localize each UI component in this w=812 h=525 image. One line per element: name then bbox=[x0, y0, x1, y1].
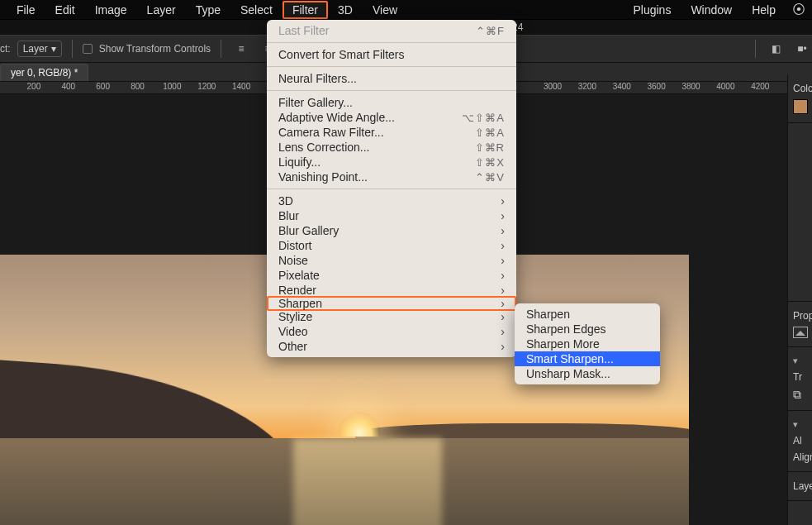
menu-item-label: Smart Sharpen... bbox=[526, 352, 614, 365]
show-transform-checkbox[interactable] bbox=[83, 44, 93, 54]
menu-edit[interactable]: Edit bbox=[45, 1, 85, 19]
chevron-right-icon: › bbox=[501, 284, 505, 297]
menu-item-label: Distort bbox=[278, 239, 311, 252]
menu-item-blur[interactable]: Blur › bbox=[267, 208, 516, 223]
link-icon[interactable]: ⧉ bbox=[793, 388, 809, 402]
autoselect-label: ct: bbox=[0, 43, 11, 55]
chevron-down-icon: ▾ bbox=[51, 43, 56, 55]
autoselect-value: Layer bbox=[23, 43, 48, 55]
menu-item-adaptive-wide-angle[interactable]: Adaptive Wide Angle... ⌥⇧⌘A bbox=[267, 110, 516, 125]
chevron-right-icon: › bbox=[501, 269, 505, 282]
shortcut-label: ⌃⌘F bbox=[476, 25, 505, 37]
submenu-item-sharpen-edges[interactable]: Sharpen Edges bbox=[515, 322, 660, 336]
menu-item-label: Pixelate bbox=[278, 269, 320, 282]
menu-divider bbox=[267, 42, 516, 43]
menu-item-label: Convert for Smart Filters bbox=[278, 48, 404, 61]
image-info-icon[interactable] bbox=[793, 327, 808, 338]
menu-item-liquify[interactable]: Liquify... ⇧⌘X bbox=[267, 155, 516, 169]
menu-item-video[interactable]: Video › bbox=[267, 324, 516, 339]
layers-panel-label[interactable]: Laye bbox=[793, 480, 809, 492]
menu-view[interactable]: View bbox=[363, 1, 407, 19]
menu-3d[interactable]: 3D bbox=[328, 1, 363, 19]
chevron-down-icon[interactable]: ▾ bbox=[793, 356, 809, 366]
menu-item-filter-gallery[interactable]: Filter Gallery... bbox=[267, 95, 516, 110]
menu-item-label: Camera Raw Filter... bbox=[278, 126, 384, 139]
ruler-tick: 3400 bbox=[605, 82, 639, 93]
record-icon[interactable]: ⦿ bbox=[792, 2, 805, 17]
menu-divider bbox=[267, 90, 516, 91]
menu-plugins[interactable]: Plugins bbox=[623, 1, 681, 19]
menu-item-label: Other bbox=[278, 340, 307, 353]
menu-divider bbox=[267, 66, 516, 67]
transform-panel-label[interactable]: Tr bbox=[793, 371, 809, 383]
menu-item-blur-gallery[interactable]: Blur Gallery › bbox=[267, 223, 516, 238]
menu-item-label: Liquify... bbox=[278, 155, 321, 169]
submenu-item-unsharp-mask[interactable]: Unsharp Mask... bbox=[515, 366, 660, 381]
menu-layer[interactable]: Layer bbox=[137, 1, 186, 19]
menu-item-label: Video bbox=[278, 325, 308, 338]
chevron-right-icon: › bbox=[501, 310, 505, 323]
show-transform-label: Show Transform Controls bbox=[99, 43, 211, 55]
shortcut-label: ⌥⇧⌘A bbox=[462, 112, 505, 124]
3d-mode-icon[interactable]: ◧ bbox=[766, 40, 786, 58]
autoselect-dropdown[interactable]: Layer ▾ bbox=[17, 41, 62, 57]
menu-item-label: Neural Filters... bbox=[278, 72, 357, 85]
chevron-right-icon: › bbox=[501, 209, 505, 222]
sharpen-submenu: Sharpen Sharpen Edges Sharpen More Smart… bbox=[515, 303, 660, 384]
menu-item-convert-smart[interactable]: Convert for Smart Filters bbox=[267, 47, 516, 62]
menu-item-noise[interactable]: Noise › bbox=[267, 253, 516, 268]
menu-filter[interactable]: Filter bbox=[283, 1, 328, 19]
menu-item-label: Sharpen bbox=[278, 297, 322, 310]
properties-panel-label[interactable]: Prop bbox=[793, 310, 809, 322]
menu-item-stylize[interactable]: Stylize › bbox=[267, 309, 516, 324]
submenu-item-smart-sharpen[interactable]: Smart Sharpen... bbox=[515, 351, 660, 366]
submenu-item-sharpen-more[interactable]: Sharpen More bbox=[515, 336, 660, 351]
chevron-right-icon: › bbox=[501, 239, 505, 252]
menu-type[interactable]: Type bbox=[186, 1, 230, 19]
menu-file[interactable]: File bbox=[7, 1, 45, 19]
align-label: Align bbox=[793, 451, 809, 463]
menu-help[interactable]: Help bbox=[742, 1, 786, 19]
chevron-down-icon[interactable]: ▾ bbox=[793, 419, 809, 430]
menu-item-3d[interactable]: 3D › bbox=[267, 193, 516, 208]
menu-item-neural-filters[interactable]: Neural Filters... bbox=[267, 71, 516, 86]
ruler-tick: 1200 bbox=[189, 82, 224, 93]
menu-item-label: Sharpen Edges bbox=[526, 322, 606, 336]
menu-item-other[interactable]: Other › bbox=[267, 339, 516, 354]
menu-item-label: Unsharp Mask... bbox=[526, 367, 610, 380]
menu-item-label: Render bbox=[278, 284, 316, 297]
menu-item-label: Lens Correction... bbox=[278, 141, 370, 154]
ruler-tick: 3600 bbox=[639, 82, 674, 93]
ruler-tick: 800 bbox=[121, 82, 155, 93]
ruler-tick: 600 bbox=[86, 82, 121, 93]
shortcut-label: ⇧⌘X bbox=[475, 156, 505, 169]
foreground-swatch[interactable] bbox=[793, 99, 808, 114]
menu-window[interactable]: Window bbox=[681, 1, 742, 19]
menu-item-label: Noise bbox=[278, 254, 308, 267]
menu-select[interactable]: Select bbox=[230, 1, 283, 19]
document-tab[interactable]: yer 0, RGB/8) * bbox=[0, 64, 88, 81]
menu-item-label: Stylize bbox=[278, 310, 312, 323]
menu-item-distort[interactable]: Distort › bbox=[267, 238, 516, 253]
chevron-right-icon: › bbox=[501, 254, 505, 267]
menu-item-vanishing-point[interactable]: Vanishing Point... ⌃⌘V bbox=[267, 169, 516, 184]
filter-menu: Last Filter ⌃⌘F Convert for Smart Filter… bbox=[267, 20, 516, 357]
ruler-tick: 3200 bbox=[570, 82, 605, 93]
chevron-right-icon: › bbox=[501, 340, 505, 353]
ruler-tick: 3000 bbox=[535, 82, 570, 93]
menu-item-camera-raw[interactable]: Camera Raw Filter... ⇧⌘A bbox=[267, 125, 516, 140]
menu-item-lens-correction[interactable]: Lens Correction... ⇧⌘R bbox=[267, 140, 516, 155]
chevron-right-icon: › bbox=[501, 325, 505, 338]
camera-icon[interactable]: ■• bbox=[792, 40, 812, 58]
menu-item-label: Sharpen More bbox=[526, 337, 600, 351]
submenu-item-sharpen[interactable]: Sharpen bbox=[515, 307, 660, 322]
menu-item-pixelate[interactable]: Pixelate › bbox=[267, 268, 516, 283]
colors-panel-label[interactable]: Colo bbox=[793, 83, 809, 94]
align-left-icon[interactable]: ≡ bbox=[231, 40, 251, 58]
menu-item-label: Blur bbox=[278, 209, 299, 222]
menu-item-label: Last Filter bbox=[278, 24, 329, 37]
menu-image[interactable]: Image bbox=[85, 1, 137, 19]
align-panel-label[interactable]: Al bbox=[793, 435, 809, 446]
ruler-tick: 200 bbox=[17, 82, 51, 93]
menubar: File Edit Image Layer Type Select Filter… bbox=[0, 0, 812, 20]
